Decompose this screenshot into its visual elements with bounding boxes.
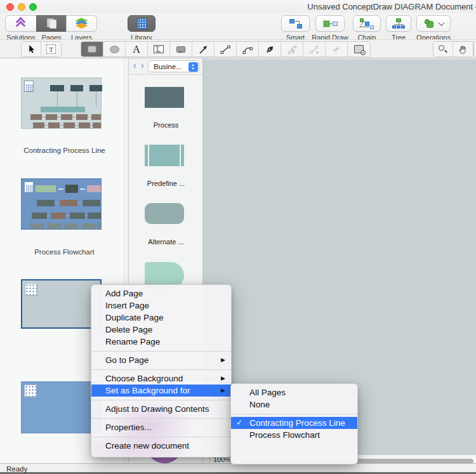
- miniature-box: [48, 122, 60, 128]
- menu-item-adjust-to-drawing-contents[interactable]: Adjust to Drawing Contents: [91, 403, 231, 415]
- miniature-box: [41, 107, 85, 112]
- pages-button[interactable]: [36, 15, 67, 32]
- miniature-box: [91, 114, 101, 120]
- menu-item-duplicate-page[interactable]: Duplicate Page: [91, 312, 231, 324]
- page-icon: [24, 181, 34, 193]
- miniature-box: [30, 223, 44, 229]
- page-thumbnail-process-flowchart[interactable]: [21, 178, 102, 230]
- library-selector[interactable]: Busine... ▲ ▼: [148, 60, 199, 72]
- shape-parameters-tool[interactable]: [348, 42, 370, 56]
- zoom-tool[interactable]: [433, 42, 453, 56]
- library-icon: [137, 18, 147, 29]
- miniature-box: [65, 223, 78, 229]
- submenu-item-process-flowchart[interactable]: Process Flowchart: [231, 429, 357, 441]
- rectangle-icon: [88, 46, 96, 53]
- page-thumbnail-contracting-process-line[interactable]: [21, 77, 102, 129]
- miniature-box: [30, 114, 42, 120]
- line-tool[interactable]: [215, 42, 237, 56]
- page-label: Process Flowchart: [0, 248, 129, 256]
- menu-item-properties[interactable]: Properties...: [91, 421, 231, 433]
- smart-button[interactable]: [281, 15, 310, 32]
- miniature-box: [60, 200, 77, 206]
- menu-item-insert-page[interactable]: Insert Page: [91, 300, 231, 312]
- checkmark-icon: ✓: [236, 417, 242, 429]
- shape-label-alternate: Alternate ...: [129, 238, 203, 246]
- main-toolbar: Solutions Pages Layers Library Smart Rap…: [0, 13, 476, 39]
- miniature-box: [51, 213, 66, 219]
- text-block-tool[interactable]: T: [148, 42, 170, 56]
- split-tool[interactable]: ✂: [326, 42, 348, 56]
- stepper-icon[interactable]: ▲ ▼: [188, 62, 198, 72]
- menu-item-create-new-document[interactable]: Create new document: [91, 440, 231, 452]
- window-title: Unsaved ConceptDraw DIAGRAM Document –: [307, 2, 476, 11]
- shape-alternate-process[interactable]: [145, 203, 184, 224]
- submenu-arrow-icon: ▶: [221, 385, 225, 397]
- tree-button[interactable]: [386, 15, 411, 32]
- miniature-box: [37, 200, 55, 206]
- miniature-box: [76, 114, 88, 120]
- menu-separator: [231, 414, 357, 414]
- operations-button[interactable]: [416, 15, 451, 32]
- transparent-background-icon: [24, 385, 37, 397]
- callout-tool[interactable]: [170, 42, 192, 56]
- ellipse-tool[interactable]: [103, 42, 126, 56]
- miniature-box: [70, 213, 85, 219]
- menu-item-rename-page[interactable]: Rename Page: [91, 336, 231, 348]
- submenu-item-all-pages[interactable]: All Pages: [231, 386, 357, 398]
- shape-parameter-icon: [354, 45, 364, 53]
- shape-process[interactable]: [145, 87, 184, 108]
- edit-nodes-tool[interactable]: [281, 42, 303, 56]
- miniature-box: [65, 185, 78, 193]
- zoom-button[interactable]: [29, 3, 37, 11]
- page-thumbnail-background-selected[interactable]: [21, 279, 102, 329]
- miniature-box: [82, 223, 95, 229]
- text-tool-icon: A: [133, 44, 140, 55]
- menu-item-set-as-background-for[interactable]: Set as Background for▶: [91, 385, 231, 397]
- chain-button[interactable]: [353, 15, 381, 32]
- shape-inner-line: [180, 145, 181, 166]
- miniature-box: [93, 122, 101, 128]
- edit-nodes-icon: [287, 44, 298, 55]
- miniature-line: [96, 91, 96, 107]
- curve-tool[interactable]: [237, 42, 259, 56]
- menu-item-choose-background[interactable]: Choose Background▶: [91, 372, 231, 385]
- add-point-tool[interactable]: [303, 42, 326, 56]
- submenu-item-none[interactable]: None: [231, 398, 357, 411]
- miniature-box: [70, 85, 83, 91]
- select-tool[interactable]: [22, 42, 41, 56]
- library-header: ‹ › Busine... ▲ ▼: [129, 58, 202, 75]
- smart-connector-tool[interactable]: [192, 42, 215, 56]
- miniature-box: [97, 223, 101, 229]
- menu-item-delete-page[interactable]: Delete Page: [91, 324, 231, 336]
- forward-icon[interactable]: ›: [141, 60, 144, 70]
- callout-icon: [176, 46, 185, 53]
- solutions-button[interactable]: [5, 15, 37, 32]
- layers-button[interactable]: [66, 15, 97, 32]
- library-selector-value: Busine...: [154, 63, 182, 70]
- rapid-draw-button[interactable]: [315, 15, 345, 32]
- submenu-arrow-icon: ▶: [221, 354, 225, 366]
- back-icon[interactable]: ‹: [133, 60, 136, 70]
- miniature-line: [57, 91, 58, 107]
- curve-icon: [242, 44, 253, 55]
- pen-tool[interactable]: [259, 42, 281, 56]
- text-select-tool[interactable]: T: [41, 42, 61, 56]
- menu-item-go-to-page[interactable]: Go to Page▶: [91, 354, 231, 366]
- page-context-menu: Add Page Insert Page Duplicate Page Dele…: [91, 284, 232, 458]
- library-button[interactable]: [128, 15, 155, 32]
- text-tool[interactable]: A: [126, 42, 148, 56]
- menu-item-add-page[interactable]: Add Page: [91, 287, 231, 300]
- smart-icon: [288, 18, 303, 29]
- scissors-icon: ✂: [331, 43, 342, 55]
- miniature-box: [88, 213, 101, 219]
- menu-separator: [91, 369, 231, 370]
- close-button[interactable]: [6, 3, 14, 11]
- rectangle-tool[interactable]: [81, 42, 103, 56]
- page-label: Contracting Process Line: [0, 147, 129, 154]
- line-icon: [220, 44, 231, 55]
- minimize-button[interactable]: [18, 3, 25, 11]
- pan-tool[interactable]: [453, 42, 473, 56]
- shape-predefined-process[interactable]: [145, 145, 184, 166]
- submenu-item-contracting-process-line[interactable]: ✓Contracting Process Line: [231, 417, 357, 429]
- page-thumbnail-background-blue[interactable]: [21, 381, 102, 433]
